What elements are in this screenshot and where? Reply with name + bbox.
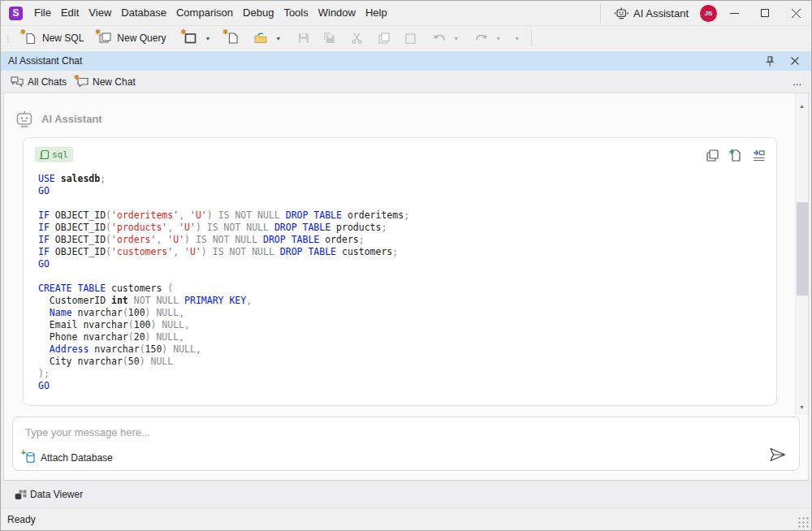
undo-dropdown[interactable]: ▼ — [450, 36, 462, 41]
new-sql-icon: ✱ — [24, 32, 37, 45]
save-all-button[interactable] — [319, 28, 341, 49]
main-toolbar: ⋮ ✱ New SQL ✱ New Query ✱ ▼ — [1, 25, 811, 50]
menu-tools[interactable]: Tools — [279, 1, 313, 25]
new-document-icon: ✱ — [226, 32, 240, 45]
resize-grip[interactable] — [798, 517, 810, 529]
language-label: sql — [52, 149, 68, 160]
title-bar: S File Edit View Database Comparison Deb… — [1, 1, 811, 25]
extra-dropdown[interactable]: ▼ — [511, 36, 523, 41]
assistant-label: AI Assistant — [41, 113, 102, 125]
app-logo-icon: S — [9, 6, 23, 20]
copy-button[interactable] — [373, 28, 395, 49]
scroll-icon — [38, 149, 50, 160]
send-button[interactable] — [769, 447, 786, 462]
menu-file[interactable]: File — [29, 1, 56, 25]
attach-database-label: Attach Database — [41, 452, 113, 464]
ai-assistant-button-label: AI Assistant — [633, 7, 689, 19]
menu-database[interactable]: Database — [116, 1, 171, 25]
data-viewer-label: Data Viewer — [30, 489, 83, 500]
maximize-button[interactable] — [749, 1, 780, 25]
all-chats-icon — [11, 76, 24, 87]
ai-assistant-button[interactable]: AI Assistant — [609, 6, 693, 19]
toolbar-separator — [531, 30, 532, 46]
message-composer: Type your message here... + Attach Datab… — [4, 415, 808, 480]
cut-icon — [350, 32, 364, 45]
chat-panel-body: AI Assistant sql — [3, 93, 809, 481]
status-bar: Ready — [1, 507, 811, 530]
undo-icon — [432, 32, 446, 45]
scroll-up-arrow[interactable]: ▲ — [796, 103, 808, 109]
redo-icon — [474, 32, 488, 45]
open-file-button[interactable] — [250, 28, 272, 49]
new-chat-label: New Chat — [93, 76, 136, 88]
attach-database-icon: + — [25, 451, 36, 464]
chat-content: AI Assistant sql — [4, 93, 808, 415]
status-text: Ready — [7, 514, 36, 525]
scrollbar-thumb[interactable] — [797, 202, 808, 296]
sql-code-block: sql — [23, 137, 777, 406]
data-viewer-icon — [15, 489, 27, 500]
copy-icon — [377, 32, 391, 45]
new-query-icon: ✱ — [98, 32, 112, 45]
open-in-new-document-icon[interactable] — [729, 149, 741, 162]
message-input[interactable]: Type your message here... + Attach Datab… — [12, 417, 800, 471]
new-window-dropdown[interactable]: ▼ — [201, 36, 214, 41]
menu-view[interactable]: View — [84, 1, 116, 25]
sql-code[interactable]: USE salesdb;GO IF OBJECT_ID('orderitems'… — [38, 173, 765, 392]
all-chats-button[interactable]: All Chats — [6, 72, 71, 92]
insert-to-editor-icon[interactable] — [752, 149, 766, 162]
menu-window[interactable]: Window — [313, 1, 361, 25]
language-chip: sql — [35, 147, 73, 162]
paste-icon — [404, 32, 417, 45]
robot-icon — [614, 6, 628, 19]
pin-icon[interactable] — [765, 56, 775, 67]
new-chat-button[interactable]: ✱ New Chat — [71, 72, 140, 92]
redo-dropdown[interactable]: ▼ — [492, 36, 504, 41]
new-query-label: New Query — [117, 32, 166, 44]
all-chats-label: All Chats — [28, 76, 67, 88]
panel-header[interactable]: AI Assistant Chat — [1, 50, 811, 71]
scroll-down-arrow[interactable]: ▼ — [796, 404, 808, 410]
data-viewer-bar[interactable]: Data Viewer — [1, 481, 811, 507]
menu-debug[interactable]: Debug — [238, 1, 279, 25]
new-document-button[interactable]: ✱ — [222, 28, 244, 49]
open-file-dropdown[interactable]: ▼ — [272, 36, 284, 41]
chat-more-button[interactable]: ... — [783, 76, 811, 88]
save-icon — [296, 32, 310, 45]
menu-comparison[interactable]: Comparison — [171, 1, 238, 25]
save-all-icon — [323, 32, 337, 45]
open-folder-icon — [254, 32, 268, 45]
cut-button[interactable] — [346, 28, 368, 49]
new-sql-label: New SQL — [42, 32, 84, 44]
new-window-button[interactable]: ✱ — [179, 28, 201, 49]
new-chat-icon: ✱ — [76, 76, 89, 87]
panel-close-icon[interactable] — [791, 57, 799, 65]
menu-edit[interactable]: Edit — [56, 1, 84, 25]
panel-title: AI Assistant Chat — [8, 55, 82, 67]
message-placeholder: Type your message here... — [25, 426, 788, 438]
assistant-header: AI Assistant — [15, 110, 795, 127]
assistant-robot-icon — [15, 110, 34, 127]
minimize-button[interactable] — [719, 1, 749, 25]
attach-database-button[interactable]: + Attach Database — [25, 451, 788, 464]
redo-button[interactable] — [470, 28, 492, 49]
toolbar-grip[interactable]: ⋮ — [4, 34, 11, 43]
user-avatar-badge[interactable]: JS — [700, 5, 717, 22]
menu-help[interactable]: Help — [361, 1, 392, 25]
close-button[interactable] — [780, 1, 811, 25]
new-query-button[interactable]: ✱ New Query — [94, 28, 170, 49]
undo-button[interactable] — [428, 28, 450, 49]
paste-button[interactable] — [400, 28, 421, 49]
copy-code-icon[interactable] — [706, 149, 719, 162]
save-button[interactable] — [292, 28, 314, 49]
app-window: S File Edit View Database Comparison Deb… — [0, 0, 812, 531]
vertical-scrollbar[interactable]: ▲ ▼ — [795, 93, 808, 415]
new-sql-button[interactable]: ✱ New SQL — [19, 28, 88, 49]
new-window-icon: ✱ — [184, 32, 197, 45]
chat-toolbar: All Chats ✱ New Chat ... — [1, 71, 811, 93]
titlebar-separator — [600, 3, 601, 23]
